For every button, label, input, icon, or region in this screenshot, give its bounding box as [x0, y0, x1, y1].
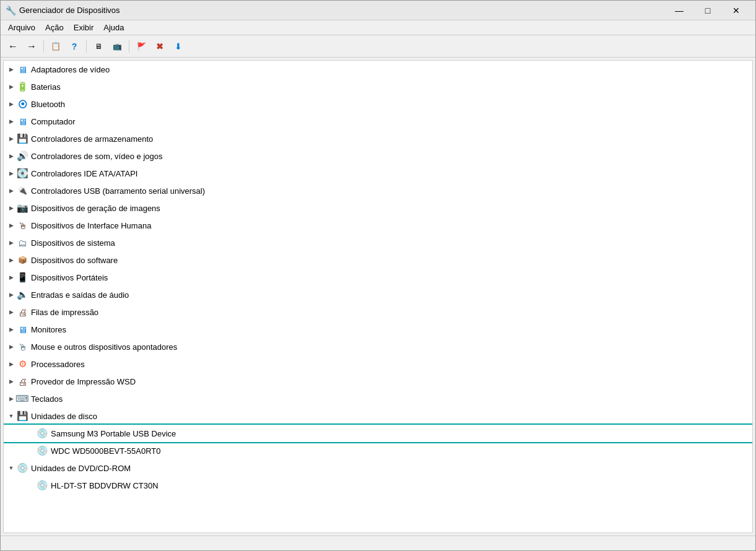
device-manager-window: 🔧 Gerenciador de Dispositivos — □ ✕ Arqu…	[0, 0, 756, 551]
item-label: Controladores IDE ATA/ATAPI	[31, 169, 137, 178]
title-bar-left: 🔧 Gerenciador de Dispositivos	[6, 6, 120, 15]
expander-icon: ▶	[6, 394, 16, 404]
menu-acao[interactable]: Ação	[40, 22, 69, 33]
samsung-device-item[interactable]: 💿 Samsung M3 Portable USB Device	[4, 425, 752, 442]
list-item[interactable]: ▶ 💽 Controladores IDE ATA/ATAPI	[4, 165, 752, 182]
expander-icon: ▶	[6, 168, 16, 178]
list-item[interactable]: ▶ 🖱 Mouse e outros dispositivos apontado…	[4, 338, 752, 355]
list-item[interactable]: ▶ 🔈 Entradas e saídas de áudio	[4, 286, 752, 303]
list-item[interactable]: ▶ 📷 Dispositivos de geração de imagens	[4, 199, 752, 217]
item-label: Controladores de som, vídeo e jogos	[31, 152, 162, 161]
expander-icon: ▶	[6, 151, 16, 161]
flag-button[interactable]: 🚩	[133, 38, 150, 54]
item-label: Dispositivos Portáteis	[31, 273, 108, 282]
scan-button[interactable]: 🖥	[90, 38, 107, 54]
usb-icon: 🔌	[16, 184, 28, 197]
item-label: Controladores de armazenamento	[31, 134, 153, 144]
window-title: Gerenciador de Dispositivos	[19, 6, 120, 15]
title-bar: 🔧 Gerenciador de Dispositivos — □ ✕	[1, 1, 755, 20]
uninstall-button[interactable]: ✖	[151, 38, 168, 54]
list-item[interactable]: ▶ 🖥 Monitores	[4, 321, 752, 338]
list-item[interactable]: ▶ 🔋 Baterias	[4, 78, 752, 95]
toolbar-separator-3	[129, 40, 129, 53]
app-icon: 🔧	[6, 6, 15, 15]
menu-ajuda[interactable]: Ajuda	[98, 22, 129, 33]
item-label: Dispositivos de Interface Humana	[31, 221, 151, 230]
update-driver-button[interactable]: ⬇	[170, 38, 187, 54]
list-item[interactable]: ▶ 🗂 Dispositivos de sistema	[4, 234, 752, 251]
hid-icon: 🖱	[16, 219, 28, 232]
list-item[interactable]: ▶ ⌨ Teclados	[4, 390, 752, 407]
bluetooth-icon: ⦿	[16, 98, 28, 110]
expander-icon: ▶	[6, 307, 16, 317]
menu-bar: Arquivo Ação Exibir Ajuda	[1, 20, 755, 35]
item-label: Computador	[31, 117, 76, 126]
item-label: Processadores	[31, 360, 85, 369]
wdc-device-item[interactable]: 💿 WDC WD5000BEVT-55A0RT0	[4, 442, 752, 459]
item-label: Teclados	[31, 394, 63, 404]
list-item[interactable]: ▶ 🖥 Computador	[4, 113, 752, 130]
audio-icon: 🔈	[16, 289, 28, 301]
sound-icon: 🔊	[16, 150, 28, 162]
list-item[interactable]: ▶ 🖱 Dispositivos de Interface Humana	[4, 217, 752, 234]
monitor-icon: 🖥	[16, 63, 28, 76]
disk-icon: 💾	[16, 410, 28, 422]
device-tree[interactable]: ▶ 🖥 Adaptadores de vídeo ▶ 🔋 Baterias ▶ …	[3, 60, 753, 533]
toolbar: ← → 📋 ? 🖥 📺 🚩 ✖ ⬇	[1, 35, 755, 58]
item-label: Bluetooth	[31, 100, 65, 109]
expander-icon: ▶	[6, 134, 16, 144]
expander-icon: ▶	[6, 359, 16, 369]
mouse-icon: 🖱	[16, 341, 28, 353]
disk-device-icon: 💿	[36, 427, 48, 440]
maximize-button[interactable]: □	[693, 2, 722, 19]
list-item[interactable]: ▶ 🖨 Provedor de Impressão WSD	[4, 373, 752, 390]
dvd-icon: 💿	[16, 462, 28, 474]
list-item[interactable]: ▶ ⚙ Processadores	[4, 355, 752, 373]
expander-icon: ▶	[6, 186, 16, 196]
expander-icon: ▼	[6, 411, 16, 421]
list-item[interactable]: ▶ ⦿ Bluetooth	[4, 95, 752, 113]
list-item[interactable]: ▶ 🖥 Adaptadores de vídeo	[4, 61, 752, 78]
list-item[interactable]: ▶ 📦 Dispositivos do software	[4, 251, 752, 269]
list-item[interactable]: ▶ 📱 Dispositivos Portáteis	[4, 269, 752, 286]
menu-exibir[interactable]: Exibir	[69, 22, 99, 33]
forward-button[interactable]: →	[23, 38, 40, 54]
list-item[interactable]: ▼ 💿 Unidades de DVD/CD-ROM	[4, 459, 752, 477]
print-icon: 🖨	[16, 306, 28, 318]
expander-icon: ▶	[6, 290, 16, 300]
content-area: ▶ 🖥 Adaptadores de vídeo ▶ 🔋 Baterias ▶ …	[1, 58, 755, 536]
ide-icon: 💽	[16, 167, 28, 180]
list-item[interactable]: ▶ 🔌 Controladores USB (barramento serial…	[4, 182, 752, 199]
properties-button[interactable]: 📋	[47, 38, 64, 54]
help-button[interactable]: ?	[66, 38, 83, 54]
expander-icon: ▶	[6, 220, 16, 230]
system-icon: 🗂	[16, 236, 28, 249]
menu-arquivo[interactable]: Arquivo	[3, 22, 40, 33]
computer-icon: 🖥	[16, 115, 28, 128]
item-label: Monitores	[31, 325, 66, 334]
item-label: Mouse e outros dispositivos apontadores	[31, 342, 177, 352]
item-label: Filas de impressão	[31, 308, 98, 317]
expander-icon: ▶	[6, 99, 16, 109]
back-button[interactable]: ←	[4, 38, 22, 54]
list-item[interactable]: ▶ 💾 Controladores de armazenamento	[4, 130, 752, 147]
list-item[interactable]: ▶ 🖨 Filas de impressão	[4, 303, 752, 321]
expander-icon: ▼	[6, 463, 16, 473]
minimize-button[interactable]: —	[665, 2, 693, 19]
expander-icon: ▶	[6, 255, 16, 265]
display-icon: 🖥	[16, 323, 28, 336]
expander-icon: ▶	[6, 324, 16, 334]
monitor-button[interactable]: 📺	[108, 38, 126, 54]
expander-icon	[26, 428, 36, 438]
expander-icon: ▶	[6, 272, 16, 282]
expander-icon: ▶	[6, 82, 16, 92]
list-item[interactable]: ▶ 🔊 Controladores de som, vídeo e jogos	[4, 147, 752, 165]
samsung-device-label: Samsung M3 Portable USB Device	[51, 429, 176, 438]
expander-icon	[26, 446, 36, 456]
expander-icon	[26, 480, 36, 490]
hldtst-device-item[interactable]: 💿 HL-DT-ST BDDVDRW CT30N	[4, 477, 752, 494]
item-label: Unidades de DVD/CD-ROM	[31, 464, 131, 473]
item-label: Controladores USB (barramento serial uni…	[31, 186, 205, 196]
list-item[interactable]: ▼ 💾 Unidades de disco	[4, 407, 752, 425]
close-button[interactable]: ✕	[722, 2, 750, 19]
